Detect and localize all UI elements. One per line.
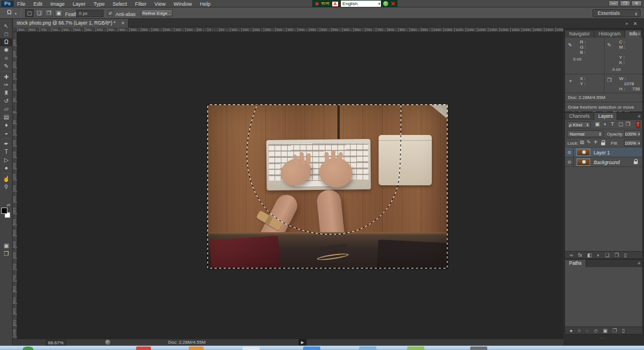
expand-dock-icon[interactable]: ✕ [633,21,637,26]
foreground-color-swatch[interactable] [1,208,7,214]
status-menu-arrow[interactable]: ▶ [299,339,307,345]
mask-icon[interactable]: ▣ [603,327,607,335]
brush-tool[interactable]: ✑ [0,81,13,89]
layer-row-layer1[interactable]: ⊙ Layer 1 [565,148,642,157]
stroke-path-icon[interactable]: ○ [578,327,581,335]
layer-effects-icon[interactable]: fx [578,252,582,259]
quick-mask-button[interactable]: ▣ [0,242,13,250]
menu-item-type[interactable]: Type [94,1,105,7]
taskbar-app-window[interactable] [243,347,260,350]
taskbar-app-orange[interactable] [189,347,204,350]
layer-name[interactable]: Layer 1 [594,150,610,156]
filter-shape-icon[interactable]: ▢ [618,121,623,127]
close-button[interactable]: ✕ [631,1,642,6]
taskbar-app-red[interactable] [136,347,151,350]
lasso-tool[interactable]: Ω [0,38,13,46]
swap-colors-icon[interactable]: ⇄ [7,203,10,208]
intersect-selection-button[interactable]: ▣ [54,9,63,17]
layer-group-icon[interactable]: ❏ [605,252,610,259]
taskbar-app-gray[interactable] [470,347,487,350]
horizontal-ruler[interactable]: 8508007507006506005505004504003503002502… [13,27,563,32]
taskbar-app-blue[interactable] [303,347,320,350]
fill-path-icon[interactable]: ● [570,327,573,335]
layer-thumbnail[interactable] [577,149,590,156]
tab-paths[interactable]: Paths [565,260,586,267]
canvas-image[interactable] [207,104,448,269]
delete-path-icon[interactable]: ▯ [622,327,625,335]
layer-row-background[interactable]: ⊙ Background [565,157,642,167]
document-tab[interactable]: stock photo.png @ 66.7% (Layer 1, RGB/8*… [13,19,129,27]
tab-histogram[interactable]: Histogram [594,30,625,38]
add-to-selection-button[interactable]: ❏ [35,9,43,17]
menu-item-filter[interactable]: Filter [135,1,146,7]
close-tab-icon[interactable]: ✕ [121,21,125,26]
lasso-tool-preset-icon[interactable]: Ω [7,9,11,15]
anti-alias-checkbox[interactable]: ✓ [108,10,113,16]
lock-position-icon[interactable]: ✛ [594,140,598,145]
zoom-level-field[interactable]: 66.67% [46,340,66,345]
link-layers-icon[interactable]: ∞ [570,252,573,259]
marquee-tool[interactable]: □ [0,30,13,38]
lock-pixels-icon[interactable]: ✎ [587,140,591,145]
subtract-from-selection-button[interactable]: ❐ [45,9,53,17]
options-bar-grip[interactable]: ⋮⋮ [1,9,3,17]
eraser-tool[interactable]: ▱ [0,105,13,113]
path-selection-icon[interactable]: ◌ [586,327,589,335]
blur-tool[interactable]: ♦ [0,121,13,129]
new-path-icon[interactable]: ❐ [613,327,617,335]
pen-tool[interactable]: ✒ [0,140,13,148]
restore-button[interactable]: ❐ [620,1,630,6]
healing-brush-tool[interactable]: ✚ [0,73,13,81]
adjustment-layer-icon[interactable]: ◐ [597,252,600,259]
menu-item-view[interactable]: View [154,1,165,7]
photoshop-logo[interactable]: Ps [1,1,14,7]
zoom-tool[interactable]: ⚲ [0,183,13,191]
windows-taskbar[interactable] [0,345,644,350]
start-orb[interactable] [23,347,33,350]
language-close-icon[interactable]: ✕ [391,1,395,7]
vector-mask-icon[interactable]: ◇ [594,327,598,335]
hand-tool[interactable]: ☝ [0,175,13,183]
vertical-ruler[interactable]: 3002502001501005005010015020025030035040… [13,32,17,339]
filter-smart-object-icon[interactable]: ❐ [626,121,630,127]
language-status-icon[interactable] [383,1,388,6]
collapse-to-icons-icon[interactable]: » [626,21,628,26]
blend-mode-select[interactable]: Normal ⇕ [567,130,603,137]
menu-item-layer[interactable]: Layer [73,1,86,7]
document-size-readout[interactable]: Doc: 2.28M/4.55M [168,340,205,345]
menu-item-image[interactable]: Image [50,1,65,7]
clone-stamp-tool[interactable]: ♜ [0,89,13,97]
dock-resize-grip[interactable]: ⋯ [600,336,605,341]
feather-input[interactable]: 0 px [76,10,104,17]
avro-keyboard-icon[interactable]: ✺ [315,1,319,7]
type-tool[interactable]: T [0,148,13,156]
dodge-tool[interactable]: ◒ [0,129,13,137]
menu-item-select[interactable]: Select [113,1,127,7]
gradient-tool[interactable]: ▤ [0,113,13,121]
tab-channels[interactable]: Channels [565,113,594,120]
filter-toggle-switch[interactable] [636,121,640,128]
screen-mode-button[interactable]: ❐ [0,250,13,258]
crop-tool[interactable]: ⌗ [0,54,13,62]
canvas-pasteboard[interactable] [17,32,563,339]
language-select[interactable]: English ▾ [341,1,381,7]
menu-item-file[interactable]: File [17,1,26,7]
shape-tool[interactable]: ● [0,164,13,172]
eyedropper-tool[interactable]: ✎ [0,62,13,70]
opacity-value[interactable]: 100% ▾ [624,130,641,137]
refine-edge-button[interactable]: Refine Edge... [141,9,173,17]
taskbar-app-lightblue[interactable] [359,347,376,350]
quick-selection-tool[interactable]: ✱ [0,46,13,54]
lock-transparency-icon[interactable]: ▨ [580,140,585,145]
minimize-button[interactable]: — [609,1,619,6]
tab-layers[interactable]: Layers [594,113,618,120]
layer-mask-icon[interactable]: ◧ [587,252,592,259]
filter-kind-dropdown[interactable]: ρ Kind ⇕ [567,121,591,128]
path-selection-tool[interactable]: ▷ [0,156,13,164]
eye-icon[interactable]: ⊙ [567,160,571,165]
new-selection-button[interactable]: ▢ [25,9,34,17]
menu-item-help[interactable]: Help [200,1,210,7]
delete-layer-icon[interactable]: ▯ [624,252,627,259]
fill-value[interactable]: 100% ▾ [624,140,641,146]
move-tool[interactable]: ↖ [0,22,13,30]
